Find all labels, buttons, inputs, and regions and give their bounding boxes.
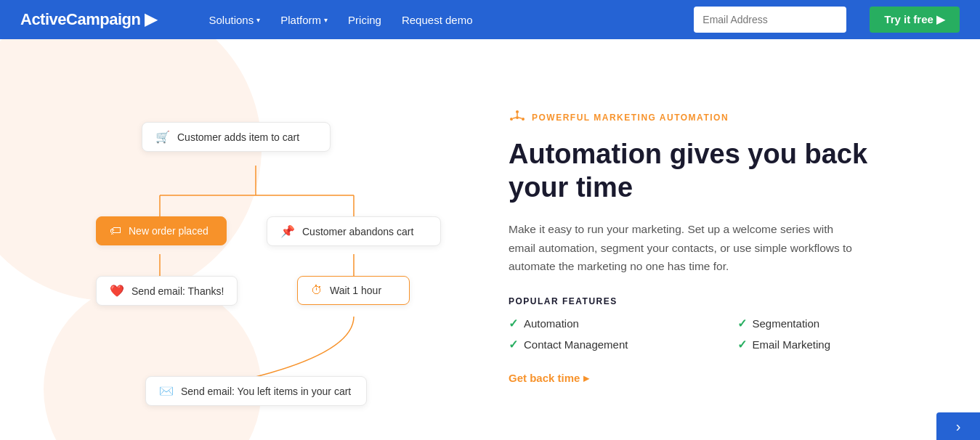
main-heading: Automation gives you back your time — [509, 138, 936, 204]
scroll-down-button[interactable]: › — [936, 412, 980, 440]
feature-automation: ✓ Automation — [509, 317, 708, 330]
clock-icon: ⏱ — [311, 284, 323, 297]
get-back-time-link[interactable]: Get back time ▸ — [509, 372, 936, 385]
node-send-thanks: ❤️ Send email: Thanks! — [96, 276, 238, 306]
email-icon: ✉️ — [159, 384, 174, 398]
feature-contact-management: ✓ Contact Management — [509, 338, 708, 351]
heart-icon: ❤️ — [110, 284, 124, 298]
chevron-right-icon: › — [956, 418, 961, 435]
node-wait-hour: ⏱ Wait 1 hour — [297, 276, 410, 305]
check-icon-contact: ✓ — [509, 338, 518, 351]
svg-line-11 — [513, 118, 516, 118]
svg-point-7 — [510, 118, 513, 121]
automation-diagram: 🛒 Customer adds item to cart 🏷 New order… — [0, 39, 465, 440]
node-send-cart: ✉️ Send email: You left items in your ca… — [145, 376, 367, 406]
tag-icon: 🏷 — [110, 224, 121, 237]
nav-links: Solutions ▾ Platform ▾ Pricing Request d… — [209, 14, 473, 26]
solutions-caret-icon: ▾ — [256, 16, 260, 24]
try-it-free-button[interactable]: Try it free ▶ — [870, 7, 960, 33]
svg-line-12 — [519, 118, 522, 118]
svg-point-8 — [522, 118, 525, 121]
check-icon-segmentation: ✓ — [737, 317, 747, 330]
node-new-order: 🏷 New order placed — [96, 216, 227, 245]
popular-features-label: POPULAR FEATURES — [509, 296, 936, 306]
navbar: ActiveCampaign ▶ Solutions ▾ Platform ▾ … — [0, 0, 980, 39]
email-input[interactable] — [694, 7, 846, 33]
node-abandons-cart: 📌 Customer abandons cart — [267, 216, 441, 246]
nav-request-demo[interactable]: Request demo — [402, 14, 473, 26]
right-panel: POWERFUL MARKETING AUTOMATION Automation… — [465, 39, 980, 440]
check-icon-email: ✓ — [737, 338, 747, 351]
main-content: 🛒 Customer adds item to cart 🏷 New order… — [0, 39, 980, 440]
section-label: POWERFUL MARKETING AUTOMATION — [509, 109, 936, 126]
svg-point-6 — [516, 110, 519, 113]
check-icon-automation: ✓ — [509, 317, 518, 330]
automation-icon — [509, 109, 526, 126]
cart-icon: 🛒 — [155, 130, 170, 144]
nav-platform[interactable]: Platform ▾ — [280, 14, 328, 26]
pin-icon: 📌 — [280, 224, 295, 238]
diagram-nodes: 🛒 Customer adds item to cart 🏷 New order… — [0, 39, 465, 440]
nav-pricing[interactable]: Pricing — [348, 14, 381, 26]
nav-solutions[interactable]: Solutions ▾ — [209, 14, 261, 26]
svg-point-9 — [516, 116, 519, 119]
node-adds-item: 🛒 Customer adds item to cart — [142, 122, 331, 152]
logo: ActiveCampaign ▶ — [20, 10, 157, 29]
features-grid: ✓ Automation ✓ Segmentation ✓ Contact Ma… — [509, 317, 936, 351]
feature-email-marketing: ✓ Email Marketing — [737, 338, 937, 351]
main-description: Make it easy to run your marketing. Set … — [509, 220, 857, 276]
feature-segmentation: ✓ Segmentation — [737, 317, 937, 330]
platform-caret-icon: ▾ — [324, 16, 328, 24]
